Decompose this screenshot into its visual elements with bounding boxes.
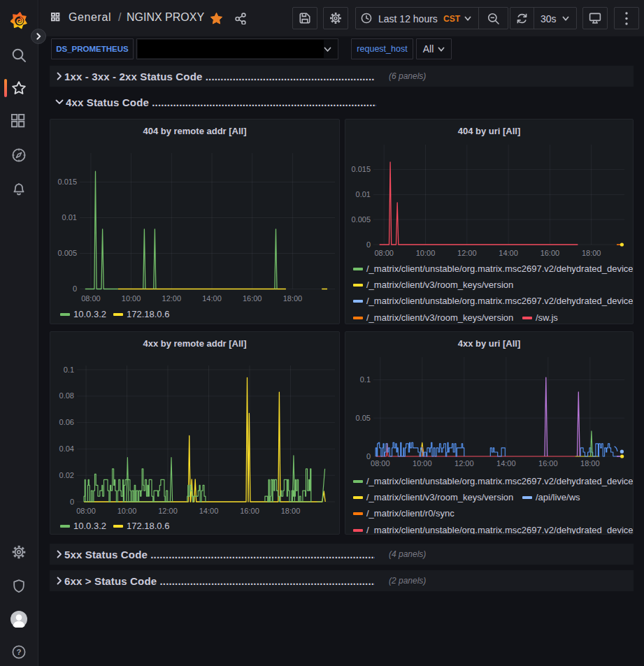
svg-text:0.08: 0.08 (59, 391, 74, 400)
svg-text:0.05: 0.05 (356, 414, 371, 422)
svg-text:08:00: 08:00 (81, 294, 101, 303)
svg-text:16:00: 16:00 (541, 249, 560, 257)
svg-text:12:00: 12:00 (457, 249, 477, 257)
svg-text:08:00: 08:00 (76, 507, 96, 515)
svg-text:0.1: 0.1 (64, 365, 74, 374)
svg-text:14:00: 14:00 (499, 249, 518, 257)
svg-text:0: 0 (70, 498, 74, 506)
svg-text:0.01: 0.01 (62, 213, 77, 222)
svg-text:14:00: 14:00 (199, 507, 219, 515)
svg-text:0: 0 (366, 240, 371, 249)
svg-text:0: 0 (73, 284, 77, 293)
svg-text:0.1: 0.1 (360, 375, 371, 384)
svg-text:10:00: 10:00 (413, 459, 432, 468)
svg-text:16:00: 16:00 (243, 294, 262, 303)
svg-text:10:00: 10:00 (416, 249, 436, 257)
svg-text:?: ? (16, 648, 21, 656)
svg-text:18:00: 18:00 (281, 507, 301, 515)
svg-text:16:00: 16:00 (538, 459, 558, 468)
svg-text:0.015: 0.015 (57, 178, 77, 186)
svg-text:0.06: 0.06 (59, 418, 74, 426)
svg-text:12:00: 12:00 (158, 507, 178, 515)
svg-text:0.04: 0.04 (59, 444, 74, 453)
svg-text:10:00: 10:00 (117, 507, 137, 515)
svg-text:0.015: 0.015 (351, 165, 371, 173)
svg-text:14:00: 14:00 (202, 294, 222, 303)
svg-text:18:00: 18:00 (582, 249, 601, 257)
svg-text:18:00: 18:00 (283, 294, 303, 303)
svg-text:12:00: 12:00 (455, 459, 474, 468)
svg-text:12:00: 12:00 (162, 294, 182, 303)
svg-text:16:00: 16:00 (240, 507, 259, 515)
svg-text:08:00: 08:00 (371, 459, 390, 468)
svg-text:0.01: 0.01 (356, 190, 371, 198)
svg-text:08:00: 08:00 (374, 249, 394, 257)
svg-text:0.02: 0.02 (59, 471, 74, 479)
svg-text:0.005: 0.005 (57, 249, 77, 257)
svg-text:18:00: 18:00 (580, 459, 600, 468)
svg-text:0.005: 0.005 (351, 215, 371, 224)
svg-text:14:00: 14:00 (496, 459, 516, 468)
svg-text:10:00: 10:00 (122, 294, 141, 303)
